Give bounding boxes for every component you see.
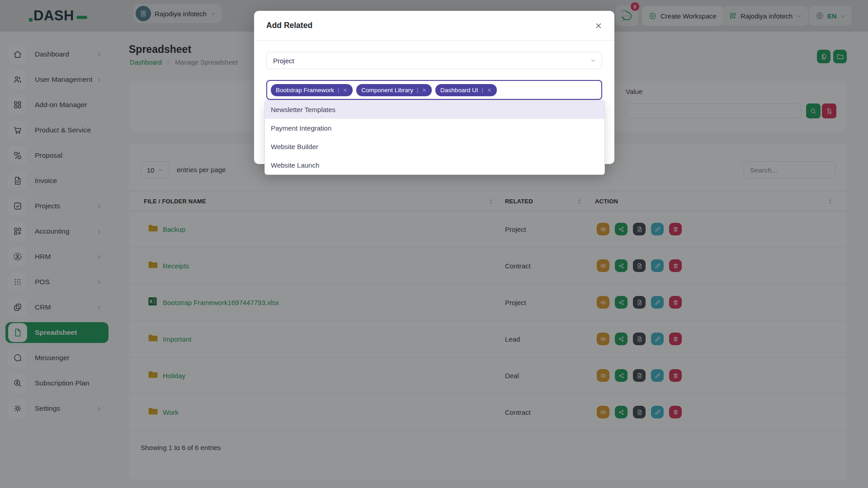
related-multiselect[interactable]: Bootstrap Framework| Component Library| … — [266, 80, 602, 100]
modal-title: Add Related — [266, 21, 312, 30]
remove-tag-button[interactable] — [487, 88, 492, 93]
option-payment-integration[interactable]: Payment Integration — [265, 119, 604, 137]
tag-divider: | — [417, 87, 418, 93]
selected-tag: Dashboard UI| — [435, 84, 496, 96]
close-button[interactable] — [594, 21, 604, 31]
remove-tag-button[interactable] — [343, 88, 348, 93]
chevron-down-icon — [590, 57, 596, 64]
add-related-modal: Add Related Project Bootstrap Framework|… — [254, 11, 614, 164]
option-newsletter-templates[interactable]: Newsletter Templates — [265, 100, 604, 119]
selected-tag: Component Library| — [356, 84, 432, 96]
remove-tag-button[interactable] — [422, 88, 427, 93]
modal-header: Add Related — [254, 11, 614, 41]
related-type-value: Project — [273, 57, 294, 65]
multiselect-options-dropdown: Newsletter Templates Payment Integration… — [264, 100, 605, 175]
tag-divider: | — [481, 87, 483, 93]
related-type-select[interactable]: Project — [266, 52, 602, 69]
close-icon — [487, 88, 492, 93]
close-icon — [594, 22, 603, 30]
selected-tag: Bootstrap Framework| — [271, 84, 353, 96]
tag-divider: | — [338, 87, 339, 93]
close-icon — [343, 88, 348, 93]
option-website-builder[interactable]: Website Builder — [265, 137, 604, 156]
option-website-launch[interactable]: Website Launch — [265, 156, 604, 174]
close-icon — [422, 88, 427, 93]
